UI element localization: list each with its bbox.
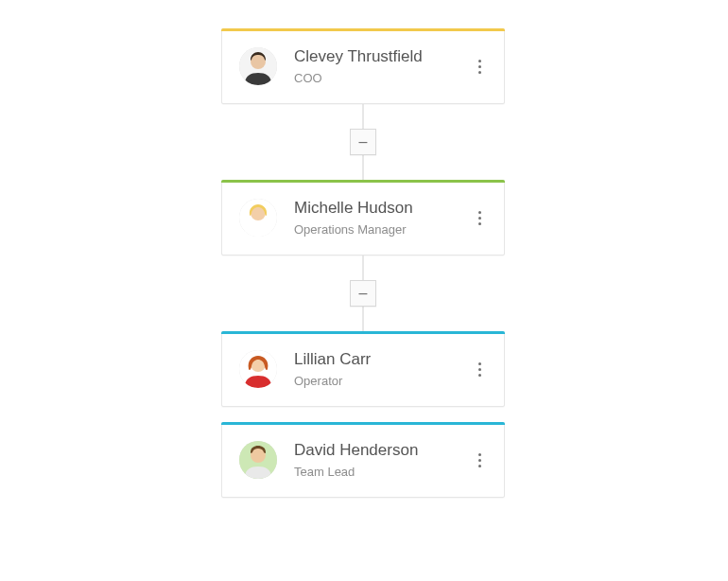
node-text: Michelle Hudson Operations Manager bbox=[294, 199, 413, 236]
org-node[interactable]: David Henderson Team Lead bbox=[221, 422, 505, 498]
avatar bbox=[239, 199, 277, 237]
person-role: Team Lead bbox=[294, 465, 418, 479]
node-text: Clevey Thrustfield COO bbox=[294, 47, 423, 84]
more-menu-button[interactable] bbox=[468, 358, 491, 380]
more-vertical-icon bbox=[478, 65, 481, 68]
org-node[interactable]: Michelle Hudson Operations Manager bbox=[221, 180, 505, 255]
more-menu-button[interactable] bbox=[468, 206, 491, 229]
more-menu-button[interactable] bbox=[468, 55, 491, 78]
more-menu-button[interactable] bbox=[468, 449, 491, 471]
avatar bbox=[239, 47, 277, 85]
more-vertical-icon bbox=[478, 217, 481, 220]
connector: – bbox=[221, 104, 505, 180]
more-vertical-icon bbox=[478, 459, 481, 462]
collapse-toggle[interactable]: – bbox=[350, 129, 376, 155]
more-vertical-icon bbox=[478, 368, 481, 371]
spacer bbox=[221, 407, 507, 422]
node-text: David Henderson Team Lead bbox=[294, 441, 418, 478]
avatar bbox=[239, 350, 277, 388]
person-role: Operator bbox=[294, 374, 371, 388]
accent-bar bbox=[221, 331, 505, 334]
avatar bbox=[239, 441, 277, 479]
collapse-toggle[interactable]: – bbox=[350, 280, 376, 307]
person-role: Operations Manager bbox=[294, 222, 413, 237]
person-name: Michelle Hudson bbox=[294, 199, 413, 218]
accent-bar bbox=[221, 180, 505, 183]
node-text: Lillian Carr Operator bbox=[294, 350, 371, 387]
person-name: Clevey Thrustfield bbox=[294, 47, 423, 66]
org-node[interactable]: Clevey Thrustfield COO bbox=[221, 28, 505, 104]
accent-bar bbox=[221, 28, 505, 31]
person-name: Lillian Carr bbox=[294, 350, 371, 369]
person-name: David Henderson bbox=[294, 441, 418, 460]
connector: – bbox=[221, 255, 505, 331]
org-chart: Clevey Thrustfield COO – Michelle Hudson… bbox=[221, 28, 507, 498]
accent-bar bbox=[221, 422, 505, 425]
org-node[interactable]: Lillian Carr Operator bbox=[221, 331, 505, 407]
person-role: COO bbox=[294, 71, 423, 85]
